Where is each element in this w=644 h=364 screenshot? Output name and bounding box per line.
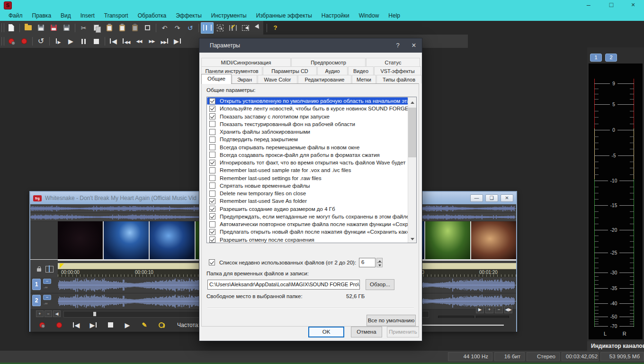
option-row[interactable]: Всегда создавать прокси-файл для работы … — [207, 151, 416, 159]
tab-редактирование[interactable]: Редактирование — [298, 75, 351, 83]
selection-tool-icon[interactable] — [239, 22, 252, 34]
option-row[interactable]: Используйте ленту новостей, чтобы быть в… — [207, 105, 416, 112]
tab-аудио[interactable]: Аудио — [317, 66, 348, 75]
forward-icon[interactable]: ▶▶ — [145, 36, 158, 47]
rewind-fast-icon[interactable]: ◀◀ — [120, 36, 133, 47]
tab-предпросмотр[interactable]: Предпросмотр — [291, 58, 366, 66]
dialog-titlebar[interactable]: Параметры ? × — [199, 38, 422, 53]
option-row[interactable]: Предупреждать, если метаданные не могут … — [207, 213, 416, 220]
checkbox[interactable] — [209, 198, 215, 204]
zoom-out-icon[interactable]: − — [45, 310, 52, 317]
meter-panel-title[interactable]: Индикатор каналов — [587, 341, 644, 351]
redo-icon[interactable]: ↷ — [171, 22, 184, 34]
option-row[interactable]: Показать заставку с логотипом при запуск… — [207, 113, 416, 120]
go-to-start-icon[interactable]: ◀ — [71, 320, 81, 330]
scroll-down-icon[interactable] — [408, 235, 416, 243]
tab-параметры-cd[interactable]: Параметры CD — [263, 66, 317, 75]
zoom-in-icon[interactable]: + — [485, 306, 493, 313]
checkbox[interactable] — [209, 121, 215, 127]
browse-button[interactable]: Обзор... — [366, 279, 394, 290]
open-folder-icon[interactable] — [22, 22, 35, 34]
zoom-tool-icon[interactable] — [214, 22, 226, 34]
menu-item-insert[interactable]: Insert — [76, 11, 99, 20]
option-row[interactable]: Remember last-used sample rate for .vox … — [207, 166, 416, 174]
record-icon[interactable] — [54, 320, 64, 330]
tab-wave-color[interactable]: Wave Color — [258, 75, 297, 83]
checkbox[interactable] — [209, 152, 215, 158]
menu-item-вид[interactable]: Вид — [56, 11, 76, 20]
checkbox[interactable] — [209, 182, 215, 189]
checkbox[interactable] — [209, 106, 215, 112]
recent-files-checkbox[interactable] — [209, 259, 215, 265]
monitor-icon[interactable] — [156, 320, 167, 330]
marker-tool-icon[interactable]: ✎ — [139, 320, 150, 330]
scrollbar-thumb[interactable] — [93, 312, 96, 316]
checkbox[interactable] — [209, 191, 215, 197]
track-1-minimize-icon[interactable]: − — [43, 279, 51, 284]
recent-files-count[interactable]: 6 — [359, 258, 376, 267]
zoom-in-icon[interactable]: + — [36, 310, 44, 317]
save-as-icon[interactable] — [47, 22, 60, 34]
tab-метки[interactable]: Метки — [352, 75, 376, 83]
defaults-button[interactable]: Все по умолчанию — [367, 315, 416, 326]
track-2-minimize-icon[interactable]: − — [43, 295, 51, 300]
lock-icon[interactable] — [37, 268, 41, 272]
stop-icon[interactable] — [90, 36, 103, 47]
menu-item-избранные-эффекты[interactable]: Избранные эффекты — [251, 11, 317, 20]
channel-2-button[interactable]: 2 — [605, 54, 617, 62]
menu-item-настройки[interactable]: Настройки — [317, 11, 354, 20]
go-to-end-icon[interactable]: ▶ — [171, 36, 184, 47]
close-icon[interactable]: × — [622, 0, 644, 10]
play-cursor-icon[interactable]: ▶ — [476, 306, 484, 313]
tab-vst-эффекты[interactable]: VST-эффекты — [374, 66, 421, 75]
go-to-start-icon[interactable]: ◀ — [107, 36, 120, 47]
vertical-scrollbar[interactable] — [408, 97, 416, 243]
help-icon[interactable]: ? — [390, 38, 406, 53]
menu-item-файл[interactable]: Файл — [4, 11, 27, 20]
checkbox[interactable] — [209, 113, 215, 119]
app-titlebar[interactable]: S – □ × — [0, 0, 644, 10]
play-icon[interactable]: ▶ — [122, 320, 133, 330]
spin-up-icon[interactable] — [376, 258, 383, 263]
play-all-icon[interactable]: ▶ — [52, 36, 64, 47]
record-icon[interactable] — [18, 36, 30, 47]
menu-item-transport[interactable]: Transport — [99, 11, 133, 20]
minimize-icon[interactable]: – — [578, 0, 599, 10]
doc-close-icon[interactable]: ✕ — [501, 194, 513, 202]
cut-icon[interactable]: ✂ — [77, 22, 90, 34]
option-row[interactable]: Предлагать открыть новый файл после нажа… — [207, 228, 416, 236]
pause-icon[interactable] — [77, 36, 90, 47]
tab-общие[interactable]: Общие — [201, 74, 232, 84]
checkbox[interactable] — [209, 136, 215, 143]
track-2-number[interactable]: 2 — [32, 295, 41, 306]
option-row[interactable]: Игнорировать тот факт, что во время откр… — [207, 159, 416, 166]
checkbox[interactable] — [209, 229, 215, 235]
menu-item-инструменты[interactable]: Инструменты — [206, 11, 251, 20]
checkbox[interactable] — [209, 221, 215, 228]
option-row[interactable]: Разрешить создание аудио размером до 4 Г… — [207, 205, 416, 213]
play-icon[interactable]: ▶ — [64, 36, 77, 47]
option-row[interactable]: Remember last-used settings for .raw fil… — [207, 174, 416, 182]
checkbox[interactable] — [209, 206, 215, 212]
spin-down-icon[interactable] — [376, 263, 383, 267]
arrow-left-icon[interactable]: ◀ — [53, 310, 61, 317]
h-expand-icon[interactable]: ◀▶ — [504, 306, 512, 313]
repeat-icon[interactable]: ↺ — [184, 22, 197, 34]
checkbox[interactable] — [209, 175, 215, 181]
checkbox[interactable] — [209, 213, 215, 219]
stop-icon[interactable] — [105, 320, 116, 330]
option-row[interactable]: Всегда открывать перемещаемые файлы в но… — [207, 144, 416, 151]
record-remote-icon[interactable] — [37, 320, 47, 330]
option-row[interactable]: Показать текстурированный фон на рабочей… — [207, 120, 416, 128]
tab-midi-синхронизация[interactable]: MIDI/Синхронизация — [201, 58, 291, 66]
checkbox[interactable] — [209, 160, 215, 166]
option-row[interactable]: Открыть установленную по умолчанию рабоч… — [207, 97, 416, 105]
menu-item-обработка[interactable]: Обработка — [133, 11, 171, 20]
loop-playback-icon[interactable]: ↺ — [35, 36, 47, 47]
option-row[interactable]: Автоматически повторное открытие файла п… — [207, 220, 416, 228]
checkbox[interactable] — [209, 237, 215, 243]
temp-folder-path-input[interactable]: C:\Users\Aleksandr\AppData\Local\MAGIX\S… — [207, 280, 360, 290]
undo-icon[interactable]: ↶ — [158, 22, 171, 34]
new-file-icon[interactable] — [5, 22, 18, 34]
option-row[interactable]: Хранить файлы заблокированными — [207, 128, 416, 136]
